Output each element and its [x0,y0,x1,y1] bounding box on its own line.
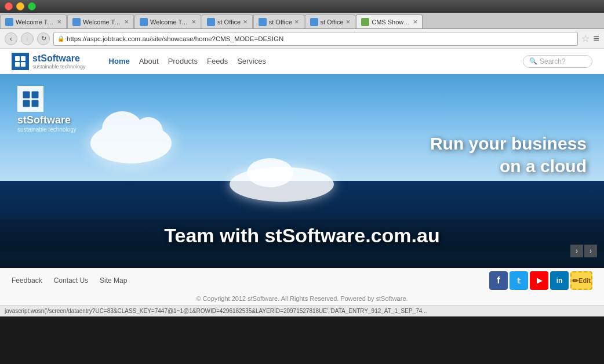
tab-close-1[interactable]: × [57,18,61,26]
logo-box [12,53,29,70]
footer-link-sitemap[interactable]: Site Map [100,276,127,285]
status-text: javascript:wosn('/screen/dataentry?UC=83… [5,308,427,314]
hero-logo-box [17,86,43,112]
footer-copyright: © Copyright 2012 stSoftware. All Rights … [0,293,604,304]
hero-banner: stSoftware sustainable technology Run yo… [0,74,604,268]
hero-subline: Team with stSoftware.com.au [0,220,604,252]
tab-icon-2 [72,18,81,26]
hero-subline-brand: stSoftware.com.au [264,224,439,246]
tab-icon-4 [207,18,215,26]
tab-close-6[interactable]: × [346,18,351,26]
tab-close-5[interactable]: × [294,18,299,26]
social-area: f 𝕥 ▶ in ✏ Edit [489,271,592,290]
tab-label-3: Welcome To T... [150,19,189,26]
linkedin-button[interactable]: in [550,271,569,290]
title-bar [0,0,604,13]
tab-close-4[interactable]: × [243,18,248,26]
search-box[interactable]: 🔍 Search? [523,55,592,68]
site-header: stSoftware sustainable technology Home A… [0,49,604,74]
tab-label-4: st Office [217,19,241,26]
hero-cloud-1 [90,123,172,163]
tab-icon-6 [310,18,318,26]
close-button[interactable] [5,2,13,10]
menu-icon[interactable]: ≡ [593,32,599,45]
svg-rect-6 [23,100,30,107]
carousel-next[interactable]: › [584,245,597,257]
tab-2[interactable]: Welcome To T... × [67,14,134,28]
tab-3[interactable]: Welcome To T... × [134,14,201,28]
hero-logo-brand: stSoftware [17,114,71,126]
url-bar[interactable]: 🔒 https://aspc.jobtrack.com.au/site/show… [53,32,578,46]
logo-sub-text: sustainable technology [32,64,86,70]
tab-close-7[interactable]: × [413,18,418,26]
site-footer: Feedback Contact Us Site Map f 𝕥 ▶ in ✏ … [0,268,604,305]
forward-button[interactable]: › [21,32,34,45]
hero-logo-icon [22,90,39,108]
site-content: stSoftware sustainable technology Home A… [0,49,604,305]
carousel-buttons: › › [570,245,597,257]
nav-home[interactable]: Home [109,57,130,65]
nav-services[interactable]: Services [237,57,266,65]
edit-icon: ✏ [572,276,578,285]
search-icon: 🔍 [529,57,537,65]
site-nav: Home About Products Feeds Services [109,57,266,65]
tab-icon-5 [259,18,267,26]
svg-rect-4 [23,91,30,98]
svg-rect-1 [21,56,26,61]
hero-subline-prefix: Team with [164,224,264,246]
logo-icon [14,56,26,67]
footer-links-bar: Feedback Contact Us Site Map f 𝕥 ▶ in ✏ … [0,268,604,293]
footer-link-contact[interactable]: Contact Us [54,276,88,285]
tab-icon-3 [140,18,148,26]
minimize-button[interactable] [16,2,24,10]
tab-label-2: Welcome To T... [83,19,122,26]
svg-rect-2 [15,62,20,67]
nav-about[interactable]: About [139,57,159,65]
svg-rect-5 [31,91,38,98]
carousel-prev[interactable]: › [570,245,583,257]
hero-headline: Run your business on a cloud [430,132,587,177]
back-button[interactable]: ‹ [5,32,17,45]
tab-4[interactable]: st Office × [202,14,253,28]
logo-brand-text: stSoftware [32,53,86,64]
maximize-button[interactable] [28,2,36,10]
tab-close-2[interactable]: × [124,18,129,26]
logo-text: stSoftware sustainable technology [32,53,86,70]
tab-label-7: CMS Show Ca... [372,19,410,26]
tab-icon-7 [361,18,369,26]
status-bar: javascript:wosn('/screen/dataentry?UC=83… [0,305,604,316]
svg-rect-3 [21,62,26,67]
logo-area: stSoftware sustainable technology [12,53,86,70]
edit-button[interactable]: ✏ Edit [570,271,592,290]
hero-cloud-2 [230,167,334,202]
url-text: https://aspc.jobtrack.com.au/site/showca… [67,35,283,42]
hero-headline-line1: Run your business [430,132,587,155]
tab-6[interactable]: st Office × [305,14,356,28]
facebook-button[interactable]: f [489,271,508,290]
bookmark-icon[interactable]: ☆ [581,33,590,44]
hero-logo-sub: sustainable technology [17,126,77,133]
edit-label: Edit [578,277,591,284]
search-placeholder: Search? [540,57,566,65]
tab-icon-1 [5,18,13,26]
tab-label-5: st Office [269,19,292,26]
tabs-bar: Welcome To T... × Welcome To T... × Welc… [0,13,604,29]
tab-7[interactable]: CMS Show Ca... × [356,14,423,28]
svg-rect-7 [31,100,38,107]
nav-products[interactable]: Products [168,57,198,65]
hero-headline-line2: on a cloud [430,155,587,177]
refresh-button[interactable]: ↻ [37,32,50,45]
svg-rect-0 [15,56,20,61]
hero-logo-overlay: stSoftware sustainable technology [17,86,77,133]
tab-5[interactable]: st Office × [253,14,304,28]
tab-label-1: Welcome To T... [16,19,54,26]
nav-feeds[interactable]: Feeds [207,57,228,65]
window-chrome: Welcome To T... × Welcome To T... × Welc… [0,0,604,49]
tab-close-3[interactable]: × [191,18,196,26]
youtube-button[interactable]: ▶ [530,271,548,290]
address-bar: ‹ › ↻ 🔒 https://aspc.jobtrack.com.au/sit… [0,29,604,49]
tab-label-6: st Office [321,19,344,26]
twitter-button[interactable]: 𝕥 [510,271,528,290]
footer-link-feedback[interactable]: Feedback [12,276,42,285]
tab-1[interactable]: Welcome To T... × [0,14,67,28]
